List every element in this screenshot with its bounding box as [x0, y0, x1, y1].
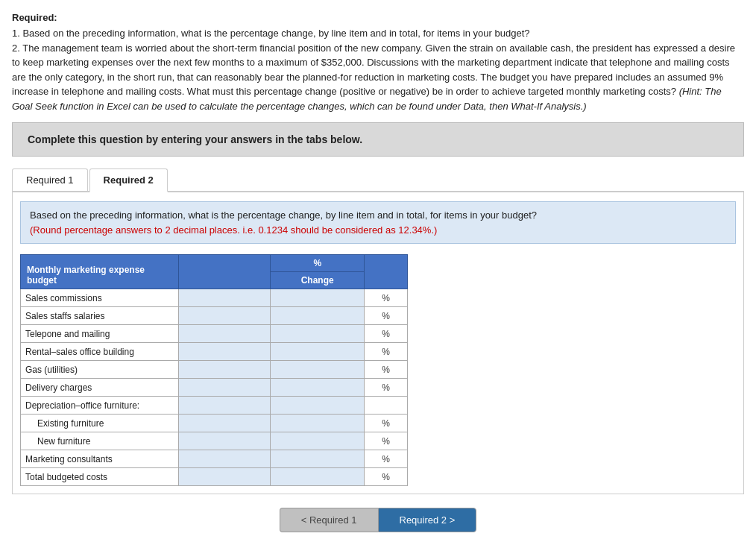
table-row: Rental–sales office building%	[21, 343, 408, 361]
row-input2-9[interactable]	[271, 450, 365, 468]
row-input2-4[interactable]	[271, 361, 365, 379]
col-header-input1	[179, 255, 271, 289]
tab-required-1[interactable]: Required 1	[12, 168, 88, 191]
row-label-9: Marketing consultants	[21, 450, 179, 468]
row-input1-4[interactable]	[179, 361, 271, 379]
input1-field-10[interactable]	[180, 470, 269, 485]
row-label-10: Total budgeted costs	[21, 468, 179, 486]
col-header-pct-label: %	[271, 255, 365, 272]
table-row: Telepone and mailing%	[21, 325, 408, 343]
table-row: Sales commissions%	[21, 289, 408, 307]
col-header-change: Change	[271, 272, 365, 289]
input2-field-1[interactable]	[271, 309, 363, 324]
row-label-0: Sales commissions	[21, 289, 179, 307]
nav-buttons: < Required 1 Required 2 >	[12, 508, 744, 532]
row-input1-6	[179, 397, 271, 415]
info-box-text: Based on the preceding information, what…	[30, 209, 537, 221]
input2-field-8[interactable]	[271, 434, 363, 449]
table-row: Sales staffs salaries%	[21, 307, 408, 325]
row-input2-0[interactable]	[271, 289, 365, 307]
row-pct-10: %	[365, 468, 408, 486]
input2-field-10[interactable]	[271, 470, 363, 485]
row-pct-3: %	[365, 343, 408, 361]
input1-field-4[interactable]	[180, 362, 269, 377]
tab-required-2[interactable]: Required 2	[89, 168, 168, 192]
prev-button[interactable]: < Required 1	[280, 508, 378, 532]
input1-field-3[interactable]	[180, 344, 269, 359]
col-header-empty	[365, 255, 408, 289]
row-pct-4: %	[365, 361, 408, 379]
table-row: New furniture%	[21, 432, 408, 450]
info-box-red: (Round percentage answers to 2 decimal p…	[30, 224, 437, 236]
input2-field-0[interactable]	[271, 291, 363, 306]
row-input1-3[interactable]	[179, 343, 271, 361]
required-text-2: 2. The management team is worried about …	[12, 42, 735, 98]
row-pct-2: %	[365, 325, 408, 343]
input1-field-5[interactable]	[180, 380, 269, 395]
row-input1-10[interactable]	[179, 468, 271, 486]
row-input2-2[interactable]	[271, 325, 365, 343]
input1-field-0[interactable]	[180, 291, 269, 306]
required-text-1: 1. Based on the preceding information, w…	[12, 28, 529, 39]
row-input2-8[interactable]	[271, 432, 365, 450]
row-label-7: Existing furniture	[21, 415, 179, 432]
row-pct-5: %	[365, 379, 408, 397]
row-label-6: Depreciation–office furniture:	[21, 397, 179, 415]
table-row: Gas (utilities)%	[21, 361, 408, 379]
input2-field-7[interactable]	[271, 416, 363, 431]
info-box: Based on the preceding information, what…	[20, 201, 736, 244]
row-pct-6	[365, 397, 408, 415]
row-input2-5[interactable]	[271, 379, 365, 397]
input2-field-3[interactable]	[271, 344, 363, 359]
input1-field-2[interactable]	[180, 327, 269, 341]
input1-field-9[interactable]	[180, 452, 269, 467]
row-input2-1[interactable]	[271, 307, 365, 325]
row-pct-1: %	[365, 307, 408, 325]
row-pct-8: %	[365, 432, 408, 450]
table-row: Existing furniture%	[21, 415, 408, 432]
required-text: 1. Based on the preceding information, w…	[12, 26, 744, 113]
input2-field-5[interactable]	[271, 380, 363, 395]
row-input1-9[interactable]	[179, 450, 271, 468]
row-label-8: New furniture	[21, 432, 179, 450]
row-input1-7[interactable]	[179, 415, 271, 432]
col-header-label: Monthly marketing expense budget	[21, 255, 179, 289]
row-input1-8[interactable]	[179, 432, 271, 450]
input2-field-9[interactable]	[271, 452, 363, 467]
tabs-row: Required 1 Required 2	[12, 168, 744, 192]
row-input1-5[interactable]	[179, 379, 271, 397]
row-input1-2[interactable]	[179, 325, 271, 343]
row-input1-0[interactable]	[179, 289, 271, 307]
required-header: Required:	[12, 12, 744, 23]
complete-box: Complete this question by entering your …	[12, 122, 744, 157]
row-input2-3[interactable]	[271, 343, 365, 361]
input1-field-8[interactable]	[180, 434, 269, 449]
row-pct-0: %	[365, 289, 408, 307]
input1-field-7[interactable]	[180, 416, 269, 431]
row-label-3: Rental–sales office building	[21, 343, 179, 361]
budget-table: Monthly marketing expense budget % Chang…	[20, 254, 408, 486]
table-row: Total budgeted costs%	[21, 468, 408, 486]
row-input1-1[interactable]	[179, 307, 271, 325]
row-label-4: Gas (utilities)	[21, 361, 179, 379]
input2-field-4[interactable]	[271, 362, 363, 377]
row-input2-10[interactable]	[271, 468, 365, 486]
input2-field-2[interactable]	[271, 327, 363, 341]
row-pct-9: %	[365, 450, 408, 468]
row-label-5: Delivery charges	[21, 379, 179, 397]
input1-field-1[interactable]	[180, 309, 269, 324]
tab-content: Based on the preceding information, what…	[12, 192, 744, 494]
row-label-1: Sales staffs salaries	[21, 307, 179, 325]
row-input2-6	[271, 397, 365, 415]
table-row: Delivery charges%	[21, 379, 408, 397]
next-button[interactable]: Required 2 >	[378, 508, 477, 532]
table-row: Depreciation–office furniture:	[21, 397, 408, 415]
row-pct-7: %	[365, 415, 408, 432]
table-row: Marketing consultants%	[21, 450, 408, 468]
row-label-2: Telepone and mailing	[21, 325, 179, 343]
row-input2-7[interactable]	[271, 415, 365, 432]
